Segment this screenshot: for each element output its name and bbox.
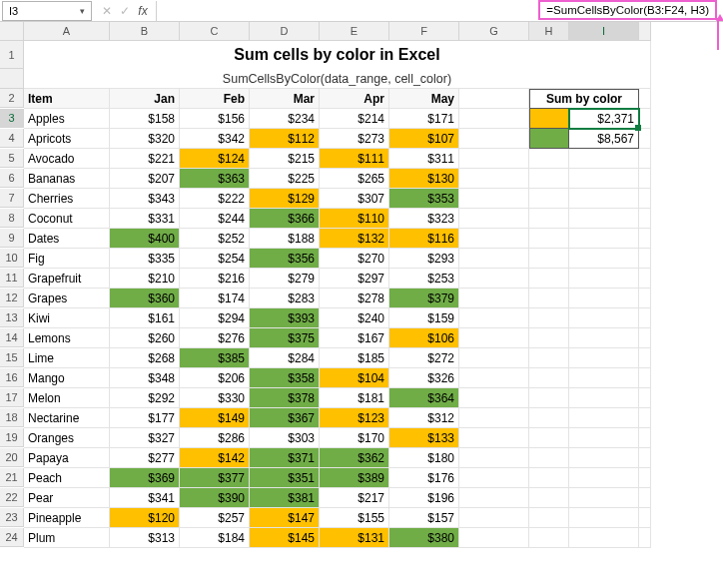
cell-F15[interactable]: $272 — [389, 348, 459, 368]
row-header-23[interactable]: 23 — [0, 508, 24, 527]
row-header-10[interactable]: 10 — [0, 249, 24, 268]
cell-H10[interactable] — [529, 249, 569, 269]
cell-I21[interactable] — [569, 468, 639, 488]
chevron-down-icon[interactable]: ▾ — [80, 6, 85, 16]
cell-E21[interactable]: $389 — [320, 468, 389, 488]
cell-H23[interactable] — [529, 508, 569, 528]
cell-G3[interactable] — [459, 109, 529, 129]
row-header-3[interactable]: 3 — [0, 109, 24, 128]
cell-B17[interactable]: $292 — [110, 388, 180, 408]
cell-I5[interactable] — [569, 149, 639, 169]
cell-E4[interactable]: $273 — [320, 129, 389, 149]
cell-I18[interactable] — [569, 408, 639, 428]
row-header-21[interactable]: 21 — [0, 468, 24, 487]
cell-C22[interactable]: $390 — [180, 488, 250, 508]
cell-C12[interactable]: $174 — [180, 289, 250, 308]
cell-C21[interactable]: $377 — [180, 468, 250, 488]
cell-G7[interactable] — [459, 189, 529, 209]
cell-H17[interactable] — [529, 388, 569, 408]
cell-F10[interactable]: $293 — [389, 249, 459, 269]
worksheet-grid[interactable]: ABCDEFGHI1Sum cells by color in ExcelSum… — [0, 22, 723, 548]
cell-G6[interactable] — [459, 169, 529, 189]
cell-H24[interactable] — [529, 528, 569, 548]
cell-G5[interactable] — [459, 149, 529, 169]
row-header-11[interactable]: 11 — [0, 269, 24, 288]
cell-G22[interactable] — [459, 488, 529, 508]
cell-item-14[interactable]: Lemons — [24, 328, 110, 348]
cell-G23[interactable] — [459, 508, 529, 528]
cell-F9[interactable]: $116 — [389, 229, 459, 249]
cell-B3[interactable]: $158 — [110, 109, 180, 129]
cell-C8[interactable]: $244 — [180, 209, 250, 229]
cell-B6[interactable]: $207 — [110, 169, 180, 189]
cell-C3[interactable]: $156 — [180, 109, 250, 129]
cell-I22[interactable] — [569, 488, 639, 508]
cell-H16[interactable] — [529, 368, 569, 388]
cell-I16[interactable] — [569, 368, 639, 388]
fill-handle[interactable] — [635, 125, 641, 131]
cell-F4[interactable]: $107 — [389, 129, 459, 149]
cell-D22[interactable]: $381 — [250, 488, 320, 508]
cell-D16[interactable]: $358 — [250, 368, 320, 388]
cell-C4[interactable]: $342 — [180, 129, 250, 149]
cell-G12[interactable] — [459, 289, 529, 308]
cell-D9[interactable]: $188 — [250, 229, 320, 249]
column-header-I[interactable]: I — [569, 22, 639, 41]
row-header-5[interactable]: 5 — [0, 149, 24, 168]
cell-E10[interactable]: $270 — [320, 249, 389, 269]
cell-item-5[interactable]: Avocado — [24, 149, 110, 169]
cell-I15[interactable] — [569, 348, 639, 368]
cell-E16[interactable]: $104 — [320, 368, 389, 388]
row-header-12[interactable]: 12 — [0, 289, 24, 307]
cell-F19[interactable]: $133 — [389, 428, 459, 448]
cell-B20[interactable]: $277 — [110, 448, 180, 468]
cell-H15[interactable] — [529, 348, 569, 368]
cell-item-19[interactable]: Oranges — [24, 428, 110, 448]
cell-F24[interactable]: $380 — [389, 528, 459, 548]
cell-G19[interactable] — [459, 428, 529, 448]
cell-B19[interactable]: $327 — [110, 428, 180, 448]
cell-E11[interactable]: $297 — [320, 269, 389, 289]
cell-E20[interactable]: $362 — [320, 448, 389, 468]
cell-item-18[interactable]: Nectarine — [24, 408, 110, 428]
cell-C15[interactable]: $385 — [180, 348, 250, 368]
cell-F21[interactable]: $176 — [389, 468, 459, 488]
row-header-1[interactable]: 1 — [0, 41, 24, 69]
row-header-8[interactable]: 8 — [0, 209, 24, 228]
column-header-H[interactable]: H — [529, 22, 569, 41]
cell-E9[interactable]: $132 — [320, 229, 389, 249]
cell-C18[interactable]: $149 — [180, 408, 250, 428]
cell-E17[interactable]: $181 — [320, 388, 389, 408]
cell-I8[interactable] — [569, 209, 639, 229]
cell-C16[interactable]: $206 — [180, 368, 250, 388]
row-header-2[interactable]: 2 — [0, 89, 24, 108]
select-all-corner[interactable] — [0, 22, 24, 41]
cell-H18[interactable] — [529, 408, 569, 428]
cell-D6[interactable]: $225 — [250, 169, 320, 189]
cell-item-7[interactable]: Cherries — [24, 189, 110, 209]
cell-G14[interactable] — [459, 328, 529, 348]
row-header-4[interactable]: 4 — [0, 129, 24, 148]
cell-I24[interactable] — [569, 528, 639, 548]
cell-G20[interactable] — [459, 448, 529, 468]
row-header-18[interactable]: 18 — [0, 408, 24, 427]
cell-E3[interactable]: $214 — [320, 109, 389, 129]
cell-B7[interactable]: $343 — [110, 189, 180, 209]
cell-E19[interactable]: $170 — [320, 428, 389, 448]
cell-D12[interactable]: $283 — [250, 289, 320, 308]
cell-B21[interactable]: $369 — [110, 468, 180, 488]
cell-G4[interactable] — [459, 129, 529, 149]
cell-H11[interactable] — [529, 269, 569, 289]
cell-I23[interactable] — [569, 508, 639, 528]
cell-E24[interactable]: $131 — [320, 528, 389, 548]
cell-D11[interactable]: $279 — [250, 269, 320, 289]
row-header-20[interactable]: 20 — [0, 448, 24, 467]
cell-C9[interactable]: $252 — [180, 229, 250, 249]
cell-F16[interactable]: $326 — [389, 368, 459, 388]
cell-G24[interactable] — [459, 528, 529, 548]
cell-B5[interactable]: $221 — [110, 149, 180, 169]
cell-G16[interactable] — [459, 368, 529, 388]
cell-I20[interactable] — [569, 448, 639, 468]
cell-item-13[interactable]: Kiwi — [24, 308, 110, 328]
cell-D13[interactable]: $393 — [250, 308, 320, 328]
